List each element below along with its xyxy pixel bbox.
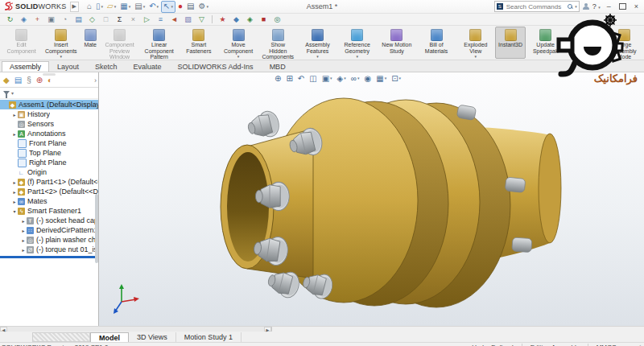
quick-tool-icon-20[interactable]: ◎ xyxy=(270,14,284,25)
quick-tool-icon-5[interactable]: ◔ xyxy=(58,14,72,25)
tree-item-sensors[interactable]: ◎ Sensors xyxy=(0,119,98,129)
minimize-button[interactable]: – xyxy=(604,2,614,12)
tree-item-right-plane[interactable]: Right Plane xyxy=(0,158,98,167)
expand-arrow-icon[interactable]: ▸ xyxy=(20,228,27,233)
quick-tool-icon-4[interactable]: ▣ xyxy=(44,14,58,25)
tab-layout[interactable]: Layout xyxy=(49,61,87,72)
display-style-icon[interactable]: ◈ ▾ xyxy=(337,74,346,83)
quick-tool-icon-7[interactable]: ◇ xyxy=(85,14,99,25)
expand-arrow-icon[interactable]: ▸ xyxy=(11,189,18,195)
edit-component-button[interactable]: Edit Component xyxy=(2,27,41,59)
update-speedpak-button[interactable]: Update Speedpak xyxy=(526,27,565,59)
dimxpertmanager-tab-icon[interactable]: ⊕ xyxy=(36,76,43,85)
filter-caret-icon[interactable]: ▾ xyxy=(11,90,14,96)
tab-solidworks-add-ins[interactable]: SOLIDWORKS Add-Ins xyxy=(170,61,262,72)
tab-3d-views[interactable]: 3D Views xyxy=(129,332,176,342)
graphics-viewport[interactable]: ⊕ ⊞ ↶ ◫ xyxy=(99,72,644,326)
tree-item-torque-nut-01[interactable]: ▸ Ø (-) torque nut 01_iso<1> (ISO xyxy=(0,245,98,254)
tree-item-history[interactable]: ▸ ▣ History xyxy=(0,109,98,119)
tree-item-front-plane[interactable]: Front Plane xyxy=(0,138,98,148)
move-component-button[interactable]: Move Component ▾ xyxy=(219,27,258,59)
quick-tool-icon-17[interactable]: ◆ xyxy=(229,14,243,25)
quick-tool-icon-12[interactable]: ≡ xyxy=(154,14,167,25)
zoom-to-fit-icon[interactable]: ⊕ xyxy=(275,74,281,83)
expand-arrow-icon[interactable]: ▸ xyxy=(20,247,27,253)
section-view-icon[interactable]: ◫ xyxy=(309,74,316,83)
tree-item-socket-head-cap-screw[interactable]: ▸ Ŧ (-) socket head cap screw_iso xyxy=(0,216,98,225)
tree-item-assem1[interactable]: ◆ Assem1 (Default<Display State-1>) xyxy=(0,100,98,109)
file-properties-icon[interactable]: ▤ xyxy=(185,2,196,12)
quick-tool-icon-11[interactable]: ▷ xyxy=(140,14,154,25)
search-dropdown-caret-icon[interactable]: ▾ xyxy=(575,4,577,9)
instant3d-button[interactable]: Instant3D xyxy=(495,27,526,59)
scroll-left-arrow-icon[interactable]: ◀ xyxy=(0,327,7,332)
quick-tool-icon-9[interactable]: Σ xyxy=(113,14,126,25)
quick-tool-icon-13[interactable]: ◄ xyxy=(167,14,181,25)
expand-arrow-icon[interactable]: ▸ xyxy=(20,218,27,224)
home-icon[interactable]: ⌂ xyxy=(85,2,93,12)
select-arrow-icon[interactable]: ↖ ▾ xyxy=(161,1,175,13)
apply-scene-icon[interactable]: ▦ ▾ xyxy=(376,74,386,83)
tree-item-plain-washer-chamfered[interactable]: ▸ ◎ (-) plain washer chamfered g xyxy=(0,235,98,245)
tab-evaluate[interactable]: Evaluate xyxy=(126,61,170,72)
new-motion-study-button[interactable]: New Motion Study xyxy=(377,27,416,59)
displaymanager-tab-icon[interactable]: ◐ xyxy=(47,76,52,85)
exploded-view-button[interactable]: Exploded View ▾ xyxy=(456,27,495,59)
expand-arrow-icon[interactable]: ▸ xyxy=(11,112,18,117)
tree-item-derivedcirpattern1[interactable]: ▸ ∷ DerivedCirPattern1 xyxy=(0,225,98,235)
print-icon[interactable]: ▤ ▾ xyxy=(133,2,147,12)
show-hidden-components-button[interactable]: Show Hidden Components xyxy=(258,27,298,59)
tree-item-part1-1[interactable]: ▸ ◆ (f) Part1<1> (Default<<Default>_ xyxy=(0,177,98,187)
tab-drag-handle[interactable] xyxy=(32,332,90,342)
help-button[interactable]: ? ▾ xyxy=(592,2,601,10)
propertymanager-tab-icon[interactable]: ▤ xyxy=(14,76,22,85)
tab-assembly[interactable]: Assembly xyxy=(2,61,49,72)
quick-tool-icon-14[interactable]: ▧ xyxy=(181,14,195,25)
expand-arrow-icon[interactable]: ▸ xyxy=(11,179,18,185)
tab-motion-study-1[interactable]: Motion Study 1 xyxy=(176,332,242,342)
quick-tool-icon-2[interactable]: ◈ xyxy=(17,14,31,25)
expand-arrow-icon[interactable]: ▾ xyxy=(11,208,18,214)
previous-view-icon[interactable]: ↶ xyxy=(298,74,304,83)
tab-model[interactable]: Model xyxy=(90,332,129,342)
insert-components-button[interactable]: Insert Components ▾ xyxy=(41,27,80,59)
smart-fasteners-button[interactable]: Smart Fasteners xyxy=(179,27,218,59)
unit-system-text[interactable]: MMGS xyxy=(588,344,625,346)
tab-sketch[interactable]: Sketch xyxy=(87,61,126,72)
assembly-features-button[interactable]: Assembly Features ▾ xyxy=(298,27,337,59)
mate-button[interactable]: Mate xyxy=(80,27,100,59)
open-icon[interactable]: ▱ ▾ xyxy=(105,2,118,12)
zoom-to-area-icon[interactable]: ⊞ xyxy=(286,74,292,83)
expand-arrow-icon[interactable]: ▸ xyxy=(11,199,18,204)
rollback-bar[interactable] xyxy=(0,256,98,258)
restore-button[interactable] xyxy=(619,3,626,10)
quick-tool-icon-16[interactable]: ★ xyxy=(216,14,229,25)
take-snapshot-button[interactable]: Take Snapshot xyxy=(565,27,605,59)
featuremanager-tab-icon[interactable]: ◆ xyxy=(3,76,10,85)
bill-of-materials-button[interactable]: Bill of Materials xyxy=(416,27,456,59)
user-account-icon[interactable] xyxy=(583,3,589,10)
quick-tool-icon-1[interactable]: ↻ xyxy=(3,14,17,25)
filter-funnel-icon[interactable] xyxy=(3,91,10,95)
search-icon[interactable] xyxy=(568,4,573,10)
rebuild-stoplight-icon[interactable]: ● xyxy=(176,2,184,12)
expand-arrow-icon[interactable]: ▸ xyxy=(20,237,27,243)
close-button[interactable]: × xyxy=(631,2,642,12)
save-icon[interactable]: ▦ ▾ xyxy=(118,2,132,12)
tree-item-origin[interactable]: ∟ Origin xyxy=(0,167,98,177)
quick-tool-icon-19[interactable]: ■ xyxy=(257,14,270,25)
search-commands-input[interactable] xyxy=(505,2,566,11)
horizontal-scrollbar[interactable]: ◀ ▶ xyxy=(0,327,272,332)
quick-tool-icon-3[interactable]: + xyxy=(31,14,44,25)
tree-item-part1-2[interactable]: ▸ ◆ Part1<2> (Default<<Default>_Dis xyxy=(0,187,98,196)
large-assembly-mode-button[interactable]: Large Assembly Mode xyxy=(605,27,644,59)
undo-icon[interactable]: ↶ ▾ xyxy=(147,2,160,12)
view-orientation-icon[interactable]: ▣ ▾ xyxy=(322,74,332,83)
toolbar-expander-button[interactable]: ▶ xyxy=(70,2,79,12)
quick-tool-icon-15[interactable]: ▽ xyxy=(195,14,208,25)
panel-grab-handle[interactable] xyxy=(43,73,56,76)
scroll-right-arrow-icon[interactable]: ▶ xyxy=(264,327,271,332)
quick-tool-icon-6[interactable]: ▤ xyxy=(72,14,85,25)
panel-tabs-overflow-button[interactable]: › xyxy=(94,76,97,84)
tree-scrollbar[interactable] xyxy=(95,194,98,263)
